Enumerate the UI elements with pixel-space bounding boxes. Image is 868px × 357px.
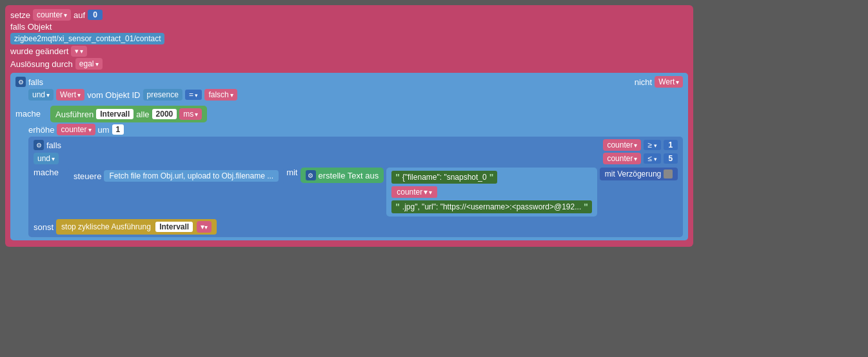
wert-pill-2[interactable]: Wert — [56, 89, 84, 101]
und2-row: und counter ≤ 5 — [34, 153, 678, 164]
interval-value[interactable]: 2000 — [152, 109, 177, 119]
erhoehe-value[interactable]: 1 — [112, 124, 124, 135]
close-quote-1: " — [489, 172, 494, 182]
intervall-pill: Intervall — [96, 109, 133, 119]
gear-icon-2[interactable]: ⚙ — [34, 140, 44, 150]
ms-pill[interactable]: ms — [179, 108, 202, 120]
nicht-label: nicht — [635, 77, 652, 87]
ausfuehren-block: Ausführen Intervall alle 2000 ms — [50, 106, 207, 122]
steuere-label: steuere — [74, 171, 101, 181]
object-path-pill[interactable]: zigbee2mqtt/xi_sensor_contact_01/contact — [10, 33, 164, 44]
quote2-text: .jpg", "url": "https://<username>:<passw… — [402, 202, 581, 211]
counter-pill-3[interactable]: counter — [603, 139, 641, 151]
um-label: um — [98, 125, 110, 135]
outer-pink-block: setze counter auf 0 falls Objekt zigbee2… — [5, 5, 693, 247]
quote1-row: " {"filename": "snapshot_0 " — [391, 171, 592, 184]
counter5-pill[interactable]: counter ▾ — [391, 186, 437, 198]
auf-label: auf — [74, 10, 85, 20]
mache-label: mache — [15, 109, 48, 119]
nested-falls-row: ⚙ falls counter ≥ 1 — [34, 139, 678, 151]
wurde-geaendert-row: wurde geändert ▾ — [10, 46, 688, 57]
falls-objekt-label: falls Objekt — [10, 22, 52, 32]
und-row: und Wert vom Objekt ID presence = falsch — [28, 89, 683, 101]
alle-label: alle — [136, 110, 149, 119]
sonst-label: sonst — [34, 222, 54, 232]
stop-label: stop zyklische Ausführung — [61, 222, 151, 231]
lte-op[interactable]: ≤ — [644, 153, 660, 164]
counter5-row: counter ▾ — [391, 186, 592, 198]
nested-falls-block: ⚙ falls counter ≥ 1 und counter ≤ 5 — [28, 137, 683, 237]
falls-nicht-row: ⚙ falls nicht Wert — [15, 76, 683, 88]
wert-pill-1[interactable]: Wert — [655, 76, 683, 88]
equals-op[interactable]: = — [185, 90, 202, 100]
und-pill[interactable]: und — [28, 89, 54, 101]
blue-main-block: ⚙ falls nicht Wert und Wert vom Objekt I… — [10, 73, 688, 240]
erhoehe-row: erhöhe counter um 1 — [28, 124, 683, 135]
delay-checkbox[interactable] — [664, 169, 673, 179]
counter-pill-4[interactable]: counter — [603, 153, 641, 164]
open-quote-2: " — [395, 202, 400, 212]
counter-var-pill[interactable]: counter — [33, 9, 71, 21]
mache2-label: mache — [34, 168, 66, 177]
falls2-label: falls — [46, 140, 61, 150]
set-value: 0 — [88, 10, 103, 20]
auslosung-label: Auslösung durch — [10, 59, 73, 69]
erstelle-text-block: ⚙ erstelle Text aus — [301, 168, 384, 183]
close-quote-2: " — [584, 202, 588, 212]
quote2-row: " .jpg", "url": "https://<username>:<pas… — [391, 200, 592, 213]
intervall2-dropdown[interactable]: ▾ — [197, 221, 212, 233]
gte-value[interactable]: 1 — [664, 140, 678, 150]
counter-pill-2[interactable]: counter — [57, 124, 95, 135]
erstelle-label: erstelle Text aus — [319, 171, 379, 180]
falsch-pill[interactable]: falsch — [204, 89, 237, 101]
intervall2-pill: Intervall — [155, 222, 193, 232]
presence-pill[interactable]: presence — [143, 89, 182, 101]
mit-verzogerung-block: mit Verzögerung — [600, 168, 678, 180]
object-path-row: zigbee2mqtt/xi_sensor_contact_01/contact — [10, 33, 688, 44]
und2-pill[interactable]: und — [34, 153, 59, 164]
setze-label: setze — [10, 10, 30, 20]
open-quote-1: " — [395, 172, 400, 182]
mit-label: mit — [286, 168, 297, 177]
mache2-section: mache steuere Fetch file from Obj.url, u… — [34, 168, 678, 217]
quote1-text: {"filename": "snapshot_0 — [402, 173, 487, 182]
gte-op[interactable]: ≥ — [644, 140, 660, 150]
lte-value[interactable]: 5 — [664, 153, 678, 164]
stop-block: stop zyklische Ausführung Intervall ▾ — [56, 219, 216, 235]
ausfuehren-label: Ausführen — [55, 110, 94, 119]
falls-label: falls — [28, 77, 43, 87]
main-block-container: setze counter auf 0 falls Objekt zigbee2… — [5, 5, 693, 247]
egal-pill[interactable]: egal — [75, 58, 103, 70]
setze-row: setze counter auf 0 — [10, 9, 688, 21]
erhoehe-label: erhöhe — [28, 125, 54, 135]
wurde-geaendert-label: wurde geändert — [10, 46, 68, 56]
gear-icon-3[interactable]: ⚙ — [306, 170, 316, 180]
right-panel: " {"filename": "snapshot_0 " counter ▾ — [386, 168, 597, 217]
mache-row: mache Ausführen Intervall alle 2000 ms — [15, 104, 683, 122]
steuere-block: steuere Fetch file from Obj.url, upload … — [68, 168, 284, 184]
sonst-row: sonst stop zyklische Ausführung Interval… — [34, 219, 678, 235]
mit-verzogerung-label: mit Verzögerung — [605, 169, 661, 179]
fetch-label[interactable]: Fetch file from Obj.url, upload to Obj.f… — [104, 170, 279, 182]
quote-box-1: " {"filename": "snapshot_0 " — [391, 171, 497, 184]
quote-box-2: " .jpg", "url": "https://<username>:<pas… — [391, 200, 592, 213]
vom-objekt-label: vom Objekt ID — [87, 90, 140, 100]
falls-objekt-row: falls Objekt — [10, 22, 688, 32]
gear-icon-1[interactable]: ⚙ — [15, 77, 26, 87]
wurde-dropdown[interactable]: ▾ — [71, 46, 87, 57]
auslosung-row: Auslösung durch egal — [10, 58, 688, 70]
